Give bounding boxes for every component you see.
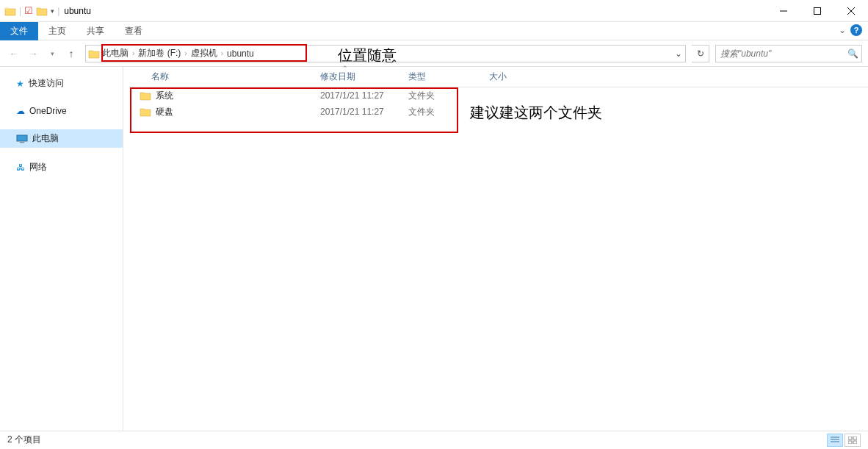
tab-home[interactable]: 主页 <box>38 22 76 40</box>
folder-icon <box>4 6 16 16</box>
minimize-button[interactable] <box>767 0 800 22</box>
qat-divider: | <box>57 6 59 16</box>
maximize-button[interactable] <box>800 0 834 22</box>
sidebar-item-label: 网络 <box>29 161 47 173</box>
navbar: ← → ▾ ↑ 此电脑› 新加卷 (F:)› 虚拟机› ubuntu ⌄ ↻ 🔍 <box>0 40 868 67</box>
svg-rect-1 <box>814 7 821 14</box>
file-name: 系统 <box>156 90 173 102</box>
svg-rect-10 <box>853 437 857 439</box>
breadcrumb-item[interactable]: ubuntu <box>227 49 254 59</box>
svg-rect-9 <box>848 437 852 439</box>
ribbon-expand-icon[interactable]: ⌄ <box>839 25 846 35</box>
chevron-right-icon[interactable]: › <box>130 49 137 57</box>
search-icon[interactable]: 🔍 <box>844 49 861 59</box>
up-button[interactable]: ↑ <box>63 46 79 62</box>
column-header-modified[interactable]: 修改日期 <box>320 71 408 83</box>
close-button[interactable] <box>834 0 868 22</box>
refresh-button[interactable]: ↻ <box>692 45 709 62</box>
file-modified: 2017/1/21 11:27 <box>320 107 408 117</box>
titlebar: | ☑ ▾ | ubuntu <box>0 0 868 22</box>
qat-divider: | <box>19 6 21 16</box>
forward-button[interactable]: → <box>25 46 41 62</box>
details-view-icon <box>831 437 839 444</box>
folder-icon <box>140 90 151 101</box>
folder-icon <box>140 107 151 117</box>
history-dropdown-icon[interactable]: ▾ <box>44 46 60 62</box>
tab-file[interactable]: 文件 <box>0 22 38 40</box>
file-type: 文件夹 <box>408 90 489 102</box>
annotation-text: 建议建这两个文件夹 <box>470 103 602 123</box>
breadcrumb: 此电脑› 新加卷 (F:)› 虚拟机› ubuntu <box>102 47 254 60</box>
svg-rect-4 <box>17 135 27 141</box>
column-header-size[interactable]: 大小 <box>489 71 548 83</box>
column-header-name[interactable]: 名称 <box>129 71 320 83</box>
sidebar-item-label: OneDrive <box>29 106 67 116</box>
sidebar: ★ 快速访问 ☁ OneDrive 此电脑 🖧 网络 <box>0 67 123 431</box>
sidebar-item-label: 快速访问 <box>29 77 64 90</box>
folder-icon[interactable] <box>36 6 48 16</box>
status-bar: 2 个项目 <box>0 431 868 448</box>
file-modified: 2017/1/21 11:27 <box>320 90 408 101</box>
columns-header: 名称 修改日期 类型 大小 <box>129 67 868 87</box>
star-icon: ★ <box>16 79 24 89</box>
sidebar-item-label: 此电脑 <box>32 132 59 145</box>
folder-icon <box>88 49 100 59</box>
qat-dropdown-icon[interactable]: ▾ <box>51 7 54 15</box>
sort-indicator-icon: ⌃ <box>342 65 348 72</box>
chevron-right-icon[interactable]: › <box>219 49 225 57</box>
sidebar-item-onedrive[interactable]: ☁ OneDrive <box>0 103 123 119</box>
cloud-icon: ☁ <box>16 106 25 116</box>
tab-share[interactable]: 共享 <box>76 22 115 40</box>
chevron-right-icon[interactable]: › <box>182 49 189 57</box>
search-input[interactable] <box>716 49 844 59</box>
sidebar-item-network[interactable]: 🖧 网络 <box>0 158 123 176</box>
address-dropdown-icon[interactable]: ⌄ <box>672 49 685 59</box>
network-icon: 🖧 <box>16 162 25 173</box>
svg-rect-12 <box>853 441 857 444</box>
view-thumbnails-button[interactable] <box>845 434 861 447</box>
status-item-count: 2 个项目 <box>7 434 41 446</box>
breadcrumb-item[interactable]: 此电脑 <box>102 47 129 60</box>
search-box[interactable]: 🔍 <box>715 45 862 62</box>
window-title: ubuntu <box>64 6 91 16</box>
tab-view[interactable]: 查看 <box>115 22 153 40</box>
help-icon[interactable]: ? <box>850 24 862 36</box>
file-name: 硬盘 <box>156 106 173 118</box>
view-details-button[interactable] <box>827 434 843 447</box>
sidebar-item-quick-access[interactable]: ★ 快速访问 <box>0 74 123 93</box>
breadcrumb-item[interactable]: 虚拟机 <box>191 47 217 60</box>
back-button[interactable]: ← <box>6 46 22 62</box>
svg-rect-11 <box>848 441 852 444</box>
annotation-text: 位置随意 <box>338 46 397 65</box>
column-header-type[interactable]: 类型 <box>408 71 489 83</box>
thumbnails-view-icon <box>848 437 857 444</box>
list-item[interactable]: 系统 2017/1/21 11:27 文件夹 <box>129 87 868 104</box>
breadcrumb-item[interactable]: 新加卷 (F:) <box>138 47 181 60</box>
qat: | ☑ ▾ | <box>0 5 59 16</box>
ribbon-tabs: 文件 主页 共享 查看 ⌄ ? <box>0 22 868 40</box>
qat-check-icon[interactable]: ☑ <box>24 5 33 16</box>
svg-rect-5 <box>20 142 24 143</box>
sidebar-item-this-pc[interactable]: 此电脑 <box>0 129 123 148</box>
pc-icon <box>16 134 28 143</box>
